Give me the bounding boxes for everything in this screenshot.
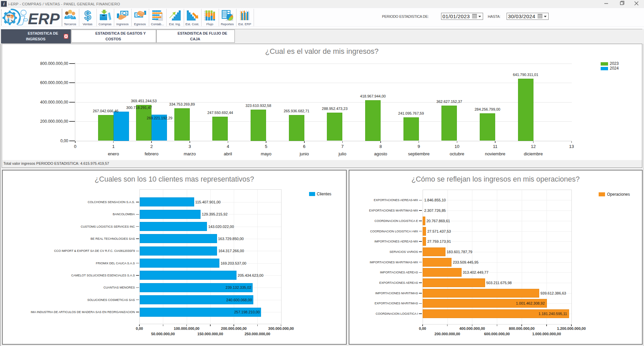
svg-text:$: $: [84, 9, 91, 22]
svg-text:ERP: ERP: [28, 10, 60, 28]
